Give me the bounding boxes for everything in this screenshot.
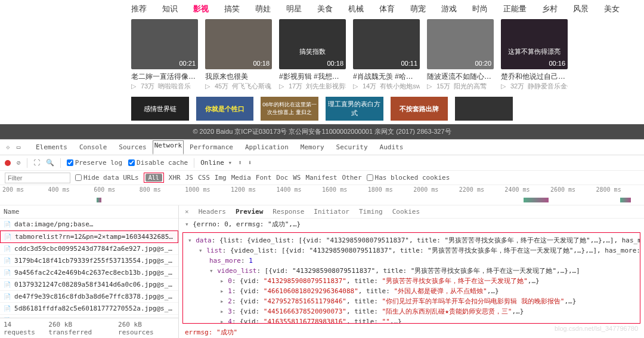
tab-sources[interactable]: Sources bbox=[113, 140, 152, 154]
close-icon[interactable]: × bbox=[185, 208, 189, 216]
tab-fengjing[interactable]: 风景 bbox=[573, 4, 589, 14]
banner[interactable]: 你就是个牲口 bbox=[196, 97, 254, 121]
filter-icon[interactable] bbox=[33, 159, 40, 167]
name-column-header[interactable]: Name bbox=[0, 205, 178, 219]
play-icon bbox=[131, 82, 137, 90]
tab-jixie[interactable]: 机械 bbox=[348, 4, 364, 14]
filter-type[interactable]: CSS bbox=[198, 174, 210, 182]
device-icon[interactable]: ▭ bbox=[14, 143, 23, 152]
filter-input[interactable] bbox=[5, 173, 70, 183]
tab-meinv[interactable]: 美女 bbox=[604, 4, 620, 14]
request-row[interactable]: tabmorelist?rn=12&pn=2×tamp=160344326850… bbox=[0, 231, 178, 243]
request-row[interactable]: 5d86181ffdfa82c5e60181777270552a.jpg@s_2… bbox=[0, 303, 178, 315]
request-row[interactable]: 9a456fac2c42e469b4c2637ec8ecb13b.jpg@s_2… bbox=[0, 267, 178, 279]
tab-mengchong[interactable]: 萌宠 bbox=[410, 4, 426, 14]
request-row[interactable]: 01379321247c08289a58f3414d6a0c06.jpg@s_2… bbox=[0, 279, 178, 291]
filter-type[interactable]: WS bbox=[293, 174, 301, 182]
video-card[interactable]: 00:11 #肖战魏无羡 #哈哈哈战哥… 14万有铁小炮炮sweet bbox=[353, 19, 420, 91]
banner[interactable]: 感情世界链 bbox=[131, 97, 189, 121]
banner-row: 感情世界链 你就是个牲口 06年的料比在这里第一次生惊喜上 童归之 理工直男的表… bbox=[0, 97, 644, 124]
video-grid: 00:21 老二婶一直活得像虐姬最后… 73万哟啦啦音乐 00:18 我原来也很… bbox=[0, 19, 644, 97]
tab-console[interactable]: Console bbox=[73, 140, 113, 154]
tab-reco[interactable]: 推荐 bbox=[131, 4, 147, 14]
detail-tab-headers[interactable]: Headers bbox=[199, 208, 226, 216]
request-detail-pane: × Headers Preview Response Initiator Tim… bbox=[179, 205, 644, 338]
filter-type[interactable]: XHR bbox=[169, 174, 181, 182]
throttling-select[interactable]: Online bbox=[200, 159, 232, 167]
video-card[interactable]: 这算不算伤得漂亮00:16 楚乔和他说过自己不可容忍… 32万静静爱音乐金牛 bbox=[501, 19, 568, 91]
devtools-tabbar: ⟐ ▭ Elements Console Sources Network Per… bbox=[0, 140, 644, 155]
request-row[interactable]: data:image/png;base… bbox=[0, 219, 178, 231]
video-card[interactable]: 搞笑指数00:18 #影视剪辑 #我想打你 17万刘先生影视剪辑 bbox=[279, 19, 346, 91]
tab-application[interactable]: Application bbox=[239, 140, 295, 154]
detail-tab-initiator[interactable]: Initiator bbox=[314, 208, 349, 216]
detail-tab-response[interactable]: Response bbox=[273, 208, 304, 216]
tab-meishi[interactable]: 美食 bbox=[317, 4, 333, 14]
search-icon[interactable]: 🔍 bbox=[46, 159, 54, 167]
preview-json[interactable]: data: {list: {video_list: [{vid: "413298… bbox=[182, 232, 640, 324]
tab-mengwa[interactable]: 萌娃 bbox=[255, 4, 271, 14]
preview-top-line: {errno: 0, errmsg: "成功",…} bbox=[179, 219, 644, 230]
tab-network[interactable]: Network bbox=[153, 140, 184, 155]
disable-cache-checkbox[interactable]: Disable cache bbox=[128, 159, 188, 167]
filter-type[interactable]: Img bbox=[215, 174, 227, 182]
category-tabs: 推荐 知识 影视 搞笑 萌娃 明星 美食 机械 体育 萌宠 游戏 时尚 正能量 … bbox=[0, 0, 644, 19]
tab-mingxing[interactable]: 明星 bbox=[286, 4, 302, 14]
request-summary: 14 requests 260 kB transferred 260 kB re… bbox=[0, 318, 178, 338]
detail-tab-timing[interactable]: Timing bbox=[359, 208, 383, 216]
tab-memory[interactable]: Memory bbox=[295, 140, 330, 154]
tab-yingshi[interactable]: 影视 bbox=[193, 4, 209, 14]
tab-gaoxiao[interactable]: 搞笑 bbox=[224, 4, 240, 14]
banner[interactable]: 06年的料比在这里第一次生惊喜上 童归之 bbox=[261, 97, 318, 121]
filter-type[interactable]: Font bbox=[256, 174, 272, 182]
tab-shishang[interactable]: 时尚 bbox=[472, 4, 488, 14]
network-toolbar: 🔍 Preserve log Disable cache Online ⬆ ⬇ bbox=[0, 155, 644, 171]
record-icon[interactable] bbox=[5, 160, 11, 166]
filter-type[interactable]: JS bbox=[185, 174, 193, 182]
hide-data-urls-checkbox[interactable]: Hide data URLs bbox=[75, 174, 139, 182]
filter-type-all[interactable]: All bbox=[145, 174, 162, 182]
banner[interactable] bbox=[455, 97, 513, 121]
request-row[interactable]: 3179b4c18f41cb79339f255f53713554.jpg@s_2… bbox=[0, 255, 178, 267]
page-footer: © 2020 Baidu 京ICP证030173号 京公网安备110000020… bbox=[0, 124, 644, 139]
tab-youxi[interactable]: 游戏 bbox=[441, 4, 457, 14]
tab-elements[interactable]: Elements bbox=[30, 140, 73, 154]
filter-type[interactable]: Media bbox=[231, 174, 251, 182]
filter-type[interactable]: Doc bbox=[276, 174, 288, 182]
tab-xiangcun[interactable]: 乡村 bbox=[542, 4, 558, 14]
detail-tab-preview[interactable]: Preview bbox=[236, 208, 263, 216]
tab-zhengnl[interactable]: 正能量 bbox=[503, 4, 527, 14]
duration: 00:21 bbox=[179, 60, 196, 67]
tab-tiyu[interactable]: 体育 bbox=[379, 4, 395, 14]
video-card[interactable]: 00:18 我原来也很美 45万何飞飞心斯魂 bbox=[205, 19, 272, 91]
request-row[interactable]: cddc3d59cbc00995243d7784f2a6e927.jpg@s_2… bbox=[0, 243, 178, 255]
video-card[interactable]: 00:21 老二婶一直活得像虐姬最后… 73万哟啦啦音乐 bbox=[131, 19, 198, 91]
devtools-panel: ⟐ ▭ Elements Console Sources Network Per… bbox=[0, 139, 644, 338]
banner[interactable]: 理工直男的表白方式 bbox=[326, 97, 383, 121]
detail-tab-cookies[interactable]: Cookies bbox=[392, 208, 420, 216]
filter-type[interactable]: Manifest bbox=[305, 174, 337, 182]
video-card[interactable]: 00:20 随波逐流不如随心所欲 刘… 15万阳光的高莺 bbox=[427, 19, 494, 91]
request-list-pane: Name data:image/png;base…tabmorelist?rn=… bbox=[0, 205, 179, 338]
tab-performance[interactable]: Performance bbox=[184, 140, 239, 154]
preserve-log-checkbox[interactable]: Preserve log bbox=[67, 159, 122, 167]
network-timeline[interactable]: 200 ms400 ms600 ms800 ms1000 ms1200 ms14… bbox=[0, 185, 644, 205]
upload-icon[interactable]: ⬆ bbox=[238, 159, 242, 167]
inspect-icon[interactable]: ⟐ bbox=[4, 143, 12, 152]
download-icon[interactable]: ⬇ bbox=[248, 159, 252, 167]
video-title: 老二婶一直活得像虐姬最后… bbox=[131, 72, 198, 82]
blocked-cookies-checkbox[interactable]: Has blocked cookies bbox=[367, 174, 450, 182]
tab-zhishi[interactable]: 知识 bbox=[162, 4, 178, 14]
clear-icon[interactable] bbox=[17, 159, 21, 167]
filter-type[interactable]: Other bbox=[342, 174, 361, 182]
banner[interactable]: 不按套路出牌 bbox=[391, 97, 448, 121]
tab-audits[interactable]: Audits bbox=[374, 140, 410, 154]
request-row[interactable]: de47f9e39c816c8fdb3a8d6e7ffc8378.jpg@s_2… bbox=[0, 291, 178, 303]
tab-security[interactable]: Security bbox=[330, 140, 374, 154]
preview-errmsg: errmsg: "成功" bbox=[179, 326, 644, 338]
filter-bar: Hide data URLs All XHR JS CSS Img Media … bbox=[0, 171, 644, 185]
